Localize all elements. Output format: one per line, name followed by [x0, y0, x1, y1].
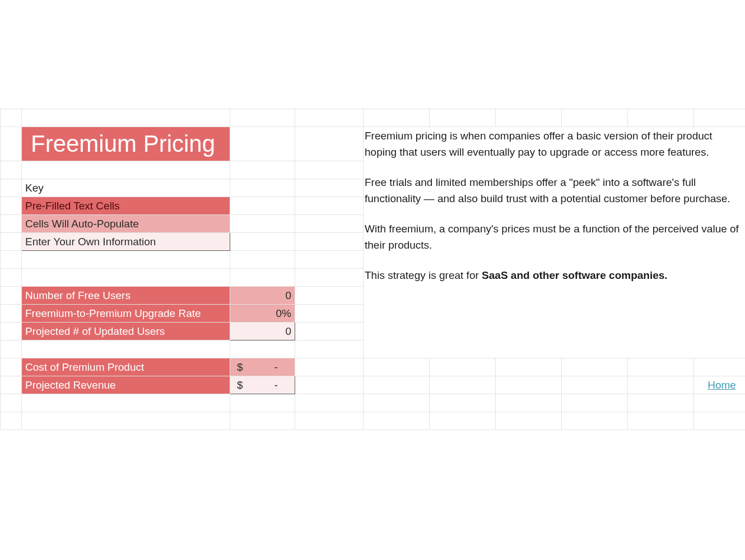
key-heading[interactable]: Key: [22, 179, 230, 197]
spreadsheet-grid: Freemium Pricing Freemium pricing is whe…: [0, 109, 745, 430]
key-auto[interactable]: Cells Will Auto-Populate: [22, 215, 230, 233]
label-projected-users[interactable]: Projected # of Updated Users: [22, 323, 230, 340]
key-enter[interactable]: Enter Your Own Information: [22, 233, 230, 251]
description-p1: Freemium pricing is when companies offer…: [365, 128, 745, 160]
gutter-cell[interactable]: [1, 127, 22, 161]
home-link[interactable]: Home: [707, 379, 736, 391]
label-upgrade-rate[interactable]: Freemium-to-Premium Upgrade Rate: [22, 305, 230, 323]
value-projected-revenue[interactable]: $ -: [230, 376, 295, 394]
title-cell[interactable]: Freemium Pricing: [22, 127, 230, 161]
gutter-cell[interactable]: [1, 109, 22, 127]
page-title: Freemium Pricing: [31, 130, 215, 157]
description-p3: With freemium, a company's prices must b…: [365, 221, 745, 253]
value-projected-users[interactable]: 0: [230, 323, 295, 340]
value-upgrade-rate[interactable]: 0%: [230, 305, 295, 323]
value-num-free-users[interactable]: 0: [230, 287, 295, 305]
description-p2: Free trials and limited memberships offe…: [365, 175, 745, 207]
description-block[interactable]: Freemium pricing is when companies offer…: [364, 127, 746, 358]
label-projected-revenue[interactable]: Projected Revenue: [22, 376, 230, 394]
label-num-free-users[interactable]: Number of Free Users: [22, 287, 230, 305]
value-cost-premium[interactable]: $ -: [230, 358, 295, 376]
description-p4: This strategy is great for SaaS and othe…: [365, 268, 745, 284]
label-cost-premium[interactable]: Cost of Premium Product: [22, 358, 230, 376]
key-prefilled[interactable]: Pre-Filled Text Cells: [22, 197, 230, 215]
